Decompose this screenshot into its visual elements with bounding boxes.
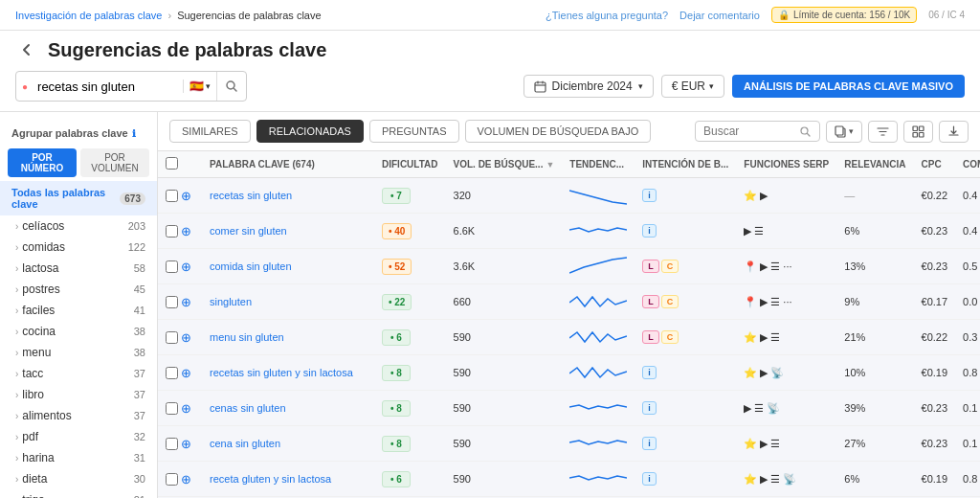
tab-by-number[interactable]: POR NÚMERO [8,148,77,177]
select-all-checkbox[interactable] [166,157,178,170]
row-checkbox[interactable] [166,331,178,344]
expand-icon: › [15,263,18,274]
col-header-competition[interactable]: COMPETENCIA [963,159,980,170]
sidebar-item-count: 45 [134,283,145,295]
sidebar-item-label: libro [22,388,44,401]
sidebar-item-left: ›trigo [15,493,45,498]
row-checkbox-cell: ⊕ [158,214,202,249]
expand-icon: › [15,284,18,295]
keyword-cell: recetas sin gluten y sin lactosa [202,355,374,391]
keyword-link[interactable]: cena sin gluten [210,438,280,449]
keyword-search-input[interactable] [30,79,183,94]
row-checkbox[interactable] [166,260,178,273]
row-checkbox-cell: ⊕ [158,249,202,284]
breadcrumb-parent[interactable]: Investigación de palabras clave [15,10,162,21]
row-checkbox[interactable] [166,190,178,202]
col-header-difficulty[interactable]: DIFICULTAD [382,159,438,170]
col-header-relevance[interactable]: RELEVANCIA [844,159,905,170]
col-header-volume[interactable]: VOL. DE BÚSQUE... ▼ [454,159,555,170]
copy-button[interactable]: ▾ [826,121,862,143]
add-to-list-icon[interactable]: ⊕ [181,189,191,203]
row-checkbox[interactable] [166,296,178,308]
row-checkbox[interactable] [166,367,178,379]
add-to-list-icon[interactable]: ⊕ [181,366,191,380]
tab-relacionadas[interactable]: RELACIONADAS [256,120,364,143]
intent-cell: i [635,462,736,497]
col-header-serp[interactable]: FUNCIONES SERP [744,159,829,170]
keyword-link[interactable]: cenas sin gluten [210,402,286,414]
back-button[interactable] [15,38,38,61]
add-to-list-icon[interactable]: ⊕ [181,437,191,451]
col-header-keyword[interactable]: PALABRA CLAVE (674) [210,159,367,170]
row-checkbox-cell: ⊕ [158,320,202,355]
row-checkbox[interactable] [166,225,178,238]
currency-button[interactable]: € EUR ▾ [661,75,724,98]
add-to-list-icon[interactable]: ⊕ [181,295,191,309]
tab-volumen-de-búsqueda-bajo[interactable]: VOLUMEN DE BÚSQUEDA BAJO [465,120,652,143]
volume-value: 590 [454,473,471,485]
info-icon[interactable]: ℹ [132,128,136,139]
keyword-link[interactable]: recetas sin gluten [210,190,292,201]
sidebar-item[interactable]: ›comidas122 [0,237,157,258]
difficulty-cell: • 8 [374,391,446,426]
date-picker-button[interactable]: Diciembre 2024 ▾ [523,75,654,98]
sidebar-item-label: faciles [22,304,55,317]
serp-icons: ⭐▶📡 [744,367,829,379]
tab-preguntas[interactable]: PREGUNTAS [369,120,459,143]
keyword-link[interactable]: menu sin gluten [210,331,284,343]
keyword-link[interactable]: receta gluten y sin lactosa [210,473,331,485]
sidebar-item[interactable]: ›pdf32 [0,426,157,447]
sidebar-item-label: lactosa [22,261,58,275]
sidebar-item[interactable]: ›faciles41 [0,300,157,321]
sidebar-item[interactable]: ›libro37 [0,384,157,405]
row-checkbox[interactable] [166,438,178,450]
sidebar-item-count: 58 [134,262,145,274]
sidebar-item[interactable]: ›cocina38 [0,321,157,342]
sidebar-item[interactable]: ›celíacos203 [0,215,157,237]
keyword-filter-search[interactable] [695,121,820,142]
add-to-list-icon[interactable]: ⊕ [181,260,191,274]
row-checkbox[interactable] [166,473,178,486]
analysis-button[interactable]: ANÁLISIS DE PALABRAS CLAVE MASIVO [732,75,965,98]
sidebar-items: ›celíacos203›comidas122›lactosa58›postre… [0,215,157,498]
intent-badge-i: i [642,224,657,238]
sidebar-item[interactable]: ›lactosa58 [0,258,157,279]
sidebar-item-label: cocina [22,325,56,338]
col-header-trend[interactable]: TENDENC... [569,159,627,170]
keyword-link[interactable]: comida sin gluten [210,260,292,272]
add-to-list-icon[interactable]: ⊕ [181,472,191,487]
add-to-list-icon[interactable]: ⊕ [181,330,191,345]
col-header-cpc[interactable]: CPC [922,159,948,170]
sidebar-item[interactable]: ›alimentos37 [0,405,157,426]
sidebar-item[interactable]: ›dieta30 [0,468,157,489]
country-select[interactable]: 🇪🇸 ▾ [183,79,216,93]
keyword-link[interactable]: comer sin gluten [210,225,287,237]
filter-input[interactable] [703,124,799,138]
comment-link[interactable]: Dejar comentario [679,10,760,21]
tab-similares[interactable]: SIMILARES [169,120,251,143]
filter-button[interactable] [868,121,898,143]
sidebar-item[interactable]: ›menu38 [0,342,157,363]
sidebar-all-keywords[interactable]: Todas las palabras clave 673 [0,181,157,215]
keyword-link[interactable]: singluten [210,296,252,307]
table-row: ⊕ menu sin gluten • 6 590 LC ⭐▶☰ 21% [158,320,980,355]
grid-view-button[interactable] [903,121,933,143]
export-button[interactable] [939,121,969,143]
search-button[interactable] [216,72,246,101]
sidebar-item-label: trigo [22,493,44,498]
add-to-list-icon[interactable]: ⊕ [181,401,191,416]
sidebar-item[interactable]: ›trigo21 [0,489,157,498]
col-header-intent[interactable]: INTENCIÓN DE B... [642,159,728,170]
sidebar-item[interactable]: ›harina31 [0,447,157,468]
serp-cell: ▶☰📡 [736,391,836,426]
keyword-link[interactable]: recetas sin gluten y sin lactosa [210,367,353,378]
sidebar-item[interactable]: ›tacc37 [0,363,157,384]
add-to-list-icon[interactable]: ⊕ [181,224,191,238]
tab-by-volume[interactable]: POR VOLUMEN [80,148,149,177]
cpc-cell: €0.22 [914,320,956,355]
sidebar-item[interactable]: ›postres45 [0,279,157,300]
row-checkbox[interactable] [166,402,178,415]
cpc-value: €0.19 [922,473,948,485]
list-serp-icon: ☰ [770,296,780,308]
help-link[interactable]: ¿Tienes alguna pregunta? [546,10,668,21]
